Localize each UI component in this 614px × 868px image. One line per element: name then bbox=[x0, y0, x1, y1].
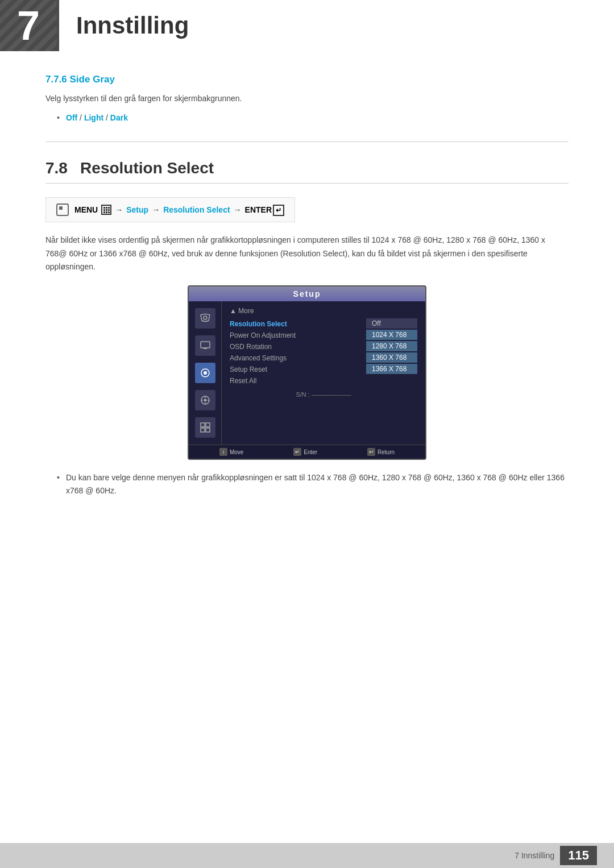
osd-menu-item-3: Advanced Settings bbox=[230, 352, 362, 364]
arrow-3: → bbox=[234, 205, 242, 214]
menu-icon-grid bbox=[101, 205, 111, 215]
osd-container: Setup bbox=[188, 285, 426, 460]
chapter-number-box: 7 bbox=[0, 0, 57, 51]
return-label: Return bbox=[377, 449, 395, 455]
section-776-option: Off / Light / Dark bbox=[57, 111, 569, 124]
menu-path-box: MENU → Setup → Resolution Select → ENTER… bbox=[45, 197, 295, 222]
osd-menu-item-2: OSD Rotation bbox=[230, 341, 362, 352]
chapter-number: 7 bbox=[17, 5, 40, 46]
osd-option-1366: 1366 X 768 bbox=[366, 364, 417, 374]
main-content: 7.7.6 Side Gray Velg lysstyrken til den … bbox=[0, 74, 614, 497]
section-78-title: Resolution Select bbox=[80, 159, 214, 177]
osd-option-1280: 1280 X 768 bbox=[366, 341, 417, 351]
osd-option-1360: 1360 X 768 bbox=[366, 352, 417, 363]
osd-sidebar bbox=[189, 301, 222, 445]
arrow-1: → bbox=[115, 205, 123, 214]
resolution-label: Resolution Select bbox=[163, 205, 230, 214]
page-header: 7 Innstilling bbox=[0, 0, 614, 51]
section-78-number: 7.8 bbox=[45, 159, 68, 177]
osd-option-off: Off bbox=[366, 318, 417, 329]
svg-rect-14 bbox=[206, 428, 210, 432]
osd-option-1024: 1024 X 768 bbox=[366, 330, 417, 340]
svg-rect-11 bbox=[201, 423, 205, 427]
enter-label: Enter bbox=[304, 449, 317, 455]
option-separator-2: / bbox=[106, 113, 110, 122]
osd-menu-item-5: Reset All bbox=[230, 375, 362, 387]
osd-options: Off 1024 X 768 1280 X 768 1360 X 768 136… bbox=[366, 318, 417, 387]
option-dark: Dark bbox=[110, 113, 128, 122]
svg-rect-2 bbox=[204, 348, 207, 349]
osd-icon-1 bbox=[195, 308, 215, 329]
footer-page-number: 115 bbox=[560, 846, 597, 865]
osd-sn: S/N : ------------------- bbox=[230, 391, 417, 398]
option-off: Off bbox=[66, 113, 77, 122]
section-776-options-list: Off / Light / Dark bbox=[45, 111, 569, 124]
enter-label: ENTER↵ bbox=[245, 205, 284, 214]
footer-chapter-label: 7 Innstilling bbox=[515, 851, 554, 860]
section-78-description: Når bildet ikke vises ordentlig på skjer… bbox=[45, 234, 569, 274]
option-separator-1: / bbox=[80, 113, 84, 122]
enter-icon: ↵ bbox=[293, 448, 301, 456]
osd-icon-4 bbox=[195, 390, 215, 410]
svg-point-4 bbox=[204, 371, 207, 375]
osd-content-row: Resolution Select Power On Adjustment OS… bbox=[230, 318, 417, 387]
osd-menu-item-4: Setup Reset bbox=[230, 364, 362, 375]
setup-label: Setup bbox=[126, 205, 148, 214]
osd-menu-item-1: Power On Adjustment bbox=[230, 330, 362, 341]
osd-footer: ↕ Move ↵ Enter ↩ Return bbox=[189, 445, 425, 459]
svg-rect-12 bbox=[206, 423, 210, 427]
osd-title-bar: Setup bbox=[189, 286, 425, 301]
svg-rect-1 bbox=[201, 342, 210, 348]
osd-icon-5 bbox=[195, 417, 215, 438]
menu-icon bbox=[56, 203, 69, 216]
chapter-title-box: Innstilling bbox=[57, 0, 614, 51]
osd-body: ▲ More Resolution Select Power On Adjust… bbox=[189, 301, 425, 445]
section-776: 7.7.6 Side Gray Velg lysstyrken til den … bbox=[45, 74, 569, 124]
page-footer: 7 Innstilling 115 bbox=[0, 843, 614, 868]
menu-label: MENU bbox=[74, 205, 98, 214]
option-light: Light bbox=[84, 113, 103, 122]
move-label: Move bbox=[230, 449, 243, 455]
osd-footer-move: ↕ Move bbox=[219, 448, 243, 456]
section-78-heading: 7.8 Resolution Select bbox=[45, 159, 569, 184]
section-776-title: 7.7.6 Side Gray bbox=[45, 74, 569, 85]
osd-menu-items-col: Resolution Select Power On Adjustment OS… bbox=[230, 318, 362, 387]
osd-icon-2 bbox=[195, 335, 215, 356]
chapter-title: Innstilling bbox=[76, 12, 189, 39]
osd-menu-item-0: Resolution Select bbox=[230, 318, 362, 330]
section-78-note-list: Du kan bare velge denne menyen når grafi… bbox=[45, 471, 569, 497]
osd-more: ▲ More bbox=[230, 307, 417, 315]
arrow-2: → bbox=[152, 205, 160, 214]
section-divider bbox=[45, 142, 569, 142]
osd-main: ▲ More Resolution Select Power On Adjust… bbox=[222, 301, 425, 445]
move-icon: ↕ bbox=[219, 448, 227, 456]
return-icon: ↩ bbox=[367, 448, 375, 456]
svg-point-0 bbox=[204, 316, 207, 319]
svg-rect-13 bbox=[201, 428, 205, 432]
osd-icon-3 bbox=[195, 363, 215, 383]
osd-footer-return: ↩ Return bbox=[367, 448, 395, 456]
osd-footer-enter: ↵ Enter bbox=[293, 448, 317, 456]
svg-point-6 bbox=[204, 399, 206, 402]
section-776-body: Velg lysstyrken til den grå fargen for s… bbox=[45, 92, 569, 105]
section-78-note: Du kan bare velge denne menyen når grafi… bbox=[57, 471, 569, 497]
